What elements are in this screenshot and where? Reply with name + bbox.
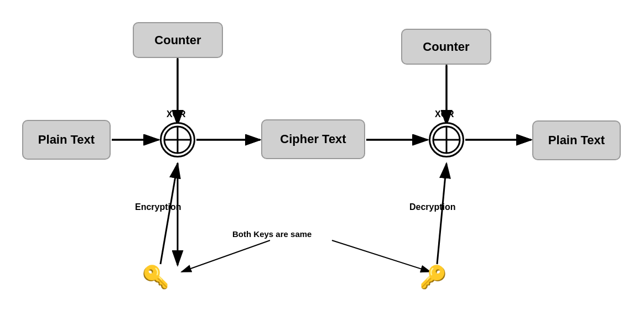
plain-text-right-box: Plain Text [532,120,621,160]
counter-right-box: Counter [401,29,491,65]
plain-text-right-label: Plain Text [548,133,605,148]
xor-left-symbol [163,125,192,154]
counter-left-box: Counter [133,22,223,58]
counter-right-label: Counter [423,40,469,54]
cipher-text-label: Cipher Text [280,132,346,146]
plain-text-left-label: Plain Text [38,133,95,147]
xor-label-right: XOR [435,109,454,119]
svg-line-19 [181,240,270,272]
plain-text-left-box: Plain Text [22,120,111,160]
arrows-corrected-svg [0,0,644,326]
counter-left-label: Counter [154,33,201,48]
key-right-icon: 🔑 [419,264,447,290]
svg-line-18 [437,164,446,264]
xor-left-circle [160,122,195,157]
encryption-label: Encryption [135,202,181,212]
decryption-label: Decryption [409,202,456,212]
xor-label-left: XOR [167,109,186,119]
key-left-icon: 🔑 [142,264,169,290]
cipher-text-box: Cipher Text [261,119,365,159]
svg-line-17 [160,164,178,264]
xor-right-symbol [432,125,461,154]
svg-line-20 [332,240,430,272]
diagram-container: Plain Text Counter Cipher Text Counter P… [0,0,644,326]
xor-right-circle [429,122,464,157]
both-keys-label: Both Keys are same [232,229,311,239]
arrows-svg [0,0,644,326]
